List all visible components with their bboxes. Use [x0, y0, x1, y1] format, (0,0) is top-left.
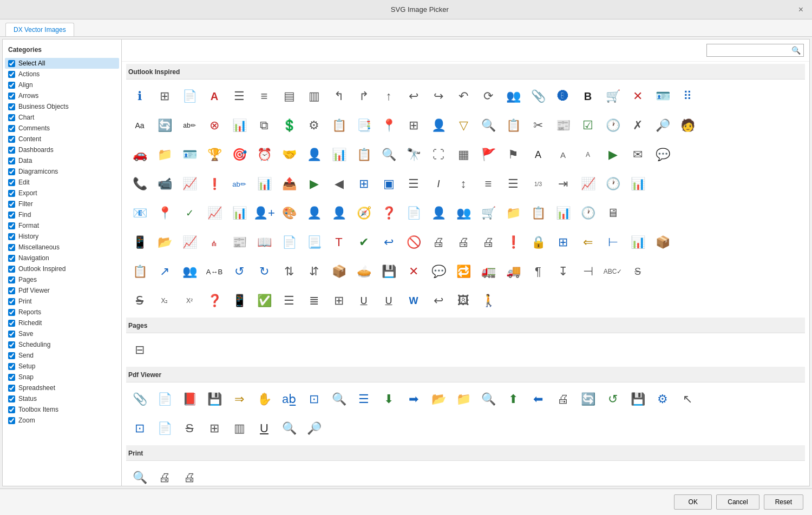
icon-ab-arrows[interactable]: A↔B: [203, 260, 226, 283]
category-item-toolbox-items[interactable]: Toolbox Items: [5, 404, 119, 415]
icon-report-doc[interactable]: 📑: [352, 114, 375, 137]
icon-rewind-btn[interactable]: ◀: [328, 173, 350, 195]
category-checkbox-32[interactable]: [8, 406, 15, 413]
category-checkbox-17[interactable]: [8, 244, 15, 251]
icon-pdf-red[interactable]: 📕: [178, 388, 201, 411]
icon-flag-red[interactable]: 🚩: [477, 143, 500, 166]
icon-close-red2[interactable]: ✕: [402, 260, 425, 283]
category-checkbox-33[interactable]: [8, 417, 15, 424]
category-checkbox-21[interactable]: [8, 287, 15, 294]
icon-pdf-list-blue[interactable]: ☰: [352, 388, 375, 411]
icon-clock-red[interactable]: ⏰: [253, 143, 276, 166]
icon-pdf-underline[interactable]: U: [253, 417, 276, 440]
icon-currency-red[interactable]: ₼: [203, 231, 226, 254]
icon-list-view[interactable]: ☰: [278, 289, 300, 312]
icon-doc-plain[interactable]: 📄: [402, 202, 425, 225]
icon-arrows-circle[interactable]: 🔁: [452, 260, 475, 283]
icon-text-a-small[interactable]: A: [577, 143, 599, 166]
category-checkbox-8[interactable]: [8, 147, 15, 154]
icon-upload-chart[interactable]: 📤: [278, 173, 300, 195]
icon-arrow-left2[interactable]: ⇐: [577, 231, 599, 254]
icon-refresh[interactable]: 🔄: [153, 114, 176, 137]
icon-people-arrows[interactable]: 👥: [502, 85, 525, 108]
category-item-data[interactable]: Data: [5, 155, 119, 166]
icon-exclaim-orange[interactable]: ❗: [502, 231, 525, 254]
icon-trend-up2[interactable]: 📈: [178, 231, 201, 254]
icon-chat-bubble[interactable]: 💬: [651, 143, 674, 166]
icon-word-w[interactable]: W: [402, 289, 425, 312]
category-checkbox-16[interactable]: [8, 233, 15, 240]
category-item-scheduling[interactable]: Scheduling: [5, 339, 119, 350]
icon-folder-open[interactable]: 📂: [153, 231, 176, 254]
icon-filter[interactable]: ▽: [452, 114, 475, 137]
category-item-richedit[interactable]: Richedit: [5, 318, 119, 328]
icon-trophy[interactable]: 🏆: [203, 143, 226, 166]
icon-bar-chart-gray[interactable]: 📊: [626, 173, 649, 195]
category-checkbox-0[interactable]: [8, 60, 15, 67]
icon-pdf-arrow-right[interactable]: ⇒: [228, 388, 251, 411]
icon-person-blue[interactable]: 👤: [303, 143, 325, 166]
category-checkbox-22[interactable]: [8, 298, 15, 305]
icon-abc-check[interactable]: ABC✓: [601, 260, 624, 283]
icon-question2[interactable]: ❓: [203, 289, 226, 312]
category-checkbox-11[interactable]: [8, 179, 15, 186]
icon-clock-blue[interactable]: 🕐: [601, 173, 624, 195]
icon-align-center[interactable]: ≡: [253, 85, 276, 108]
category-checkbox-28[interactable]: [8, 363, 15, 370]
icon-reply[interactable]: ↩: [427, 289, 450, 312]
icon-book[interactable]: 📖: [253, 231, 276, 254]
icon-pdf-right-blue[interactable]: ➡: [402, 388, 425, 411]
icon-person2[interactable]: 👤: [303, 202, 325, 225]
icon-pdf-doc2[interactable]: 📄: [153, 417, 176, 440]
icon-arrow-curve-right[interactable]: ↱: [352, 85, 375, 108]
icon-print-preview[interactable]: 🖨: [477, 231, 500, 254]
icon-pdf-back-blue[interactable]: ⬅: [527, 388, 549, 411]
icon-bar-chart3[interactable]: 📊: [253, 173, 276, 195]
icon-trend-up-blue[interactable]: 📈: [203, 202, 226, 225]
category-item-pdf-viewer[interactable]: Pdf Viewer: [5, 285, 119, 296]
icon-pdf-save2[interactable]: 💾: [626, 388, 649, 411]
icon-pdf-zoom-out[interactable]: 🔎: [303, 417, 325, 440]
icon-pdf-cols2[interactable]: ▥: [228, 417, 251, 440]
tab-dx-vector-images[interactable]: DX Vector Images: [5, 23, 74, 36]
icon-info[interactable]: ℹ: [128, 85, 151, 108]
icon-table-add[interactable]: ⊞: [153, 85, 176, 108]
icon-person-add2[interactable]: 👤: [427, 202, 450, 225]
icon-expand[interactable]: ⛶: [427, 143, 450, 166]
category-checkbox-19[interactable]: [8, 266, 15, 273]
category-item-chart[interactable]: Chart: [5, 112, 119, 123]
category-item-select-all[interactable]: Select All: [5, 58, 119, 69]
category-checkbox-18[interactable]: [8, 255, 15, 262]
icon-text-down[interactable]: ↧: [552, 260, 574, 283]
icon-print-badge[interactable]: 🖨: [178, 466, 201, 486]
category-checkbox-9[interactable]: [8, 157, 15, 164]
category-item-comments[interactable]: Comments: [5, 123, 119, 134]
icon-zoom-plus[interactable]: 🔍: [377, 143, 400, 166]
icon-map-pin[interactable]: 📍: [377, 114, 400, 137]
category-item-reports[interactable]: Reports: [5, 307, 119, 318]
icon-strikethrough-s[interactable]: S: [626, 260, 649, 283]
icon-columns[interactable]: ▦: [452, 143, 475, 166]
icon-box-move[interactable]: 📦: [328, 260, 350, 283]
category-checkbox-2[interactable]: [8, 82, 15, 89]
icon-align-right[interactable]: ▤: [278, 85, 300, 108]
icon-grid-dots[interactable]: ⠿: [676, 85, 699, 108]
icon-u-turn[interactable]: ↶: [452, 85, 475, 108]
icon-strikethrough2[interactable]: S̶: [128, 289, 151, 312]
category-checkbox-4[interactable]: [8, 103, 15, 110]
icon-pdf-zoom-actual[interactable]: 🔍: [328, 388, 350, 411]
icon-binoculars[interactable]: 🔭: [402, 143, 425, 166]
category-checkbox-3[interactable]: [8, 93, 15, 100]
category-checkbox-30[interactable]: [8, 385, 15, 392]
icon-question-circle[interactable]: ❓: [377, 202, 400, 225]
icon-text-align[interactable]: ⊣: [577, 260, 599, 283]
icon-people-red[interactable]: 👥: [178, 260, 201, 283]
icon-pdf-refresh2[interactable]: ↺: [601, 388, 624, 411]
category-item-arrows[interactable]: Arrows: [5, 90, 119, 101]
icon-arrow-curve-left[interactable]: ↰: [328, 85, 350, 108]
icon-arrow-up[interactable]: ↑: [377, 85, 400, 108]
icon-mail-add[interactable]: 📧: [128, 202, 151, 225]
icon-square-frame[interactable]: ▣: [377, 173, 400, 195]
icon-pdf-highlight[interactable]: ab̲: [278, 388, 300, 411]
icon-target[interactable]: 🎯: [228, 143, 251, 166]
